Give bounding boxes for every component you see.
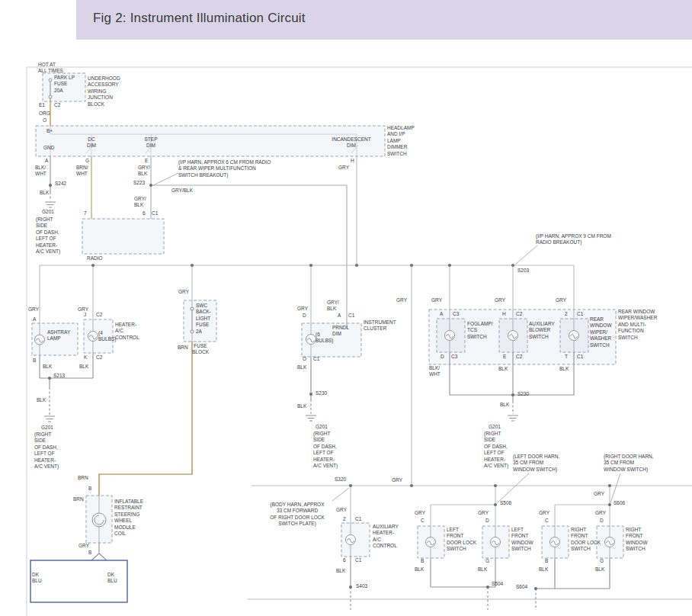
wire-label-blk-right-lower: BLK: [500, 402, 509, 408]
wire-label-blk-blower: BLK: [498, 366, 508, 372]
conn-label-c2-heater-top: C2: [96, 312, 102, 318]
fuse-block-name: FUSE BLOCK: [185, 343, 216, 356]
dimmer-switch-name: HEADLAMP AND I/P LAMP DIMMER SWITCH: [387, 125, 415, 157]
blower-switch-lamp-icon: [508, 331, 518, 341]
conn-label-c3-top: C3: [453, 311, 459, 317]
conn-label-c2-heater-bot: C2: [96, 355, 102, 361]
pin-label-6: 6: [143, 210, 146, 217]
pin-label-t-wiper: T: [565, 354, 568, 360]
splice-label-s403: S403: [356, 583, 367, 589]
wire-label-blk-ashtray: BLK: [43, 364, 52, 370]
pin-label-b-r-lock: B: [545, 558, 548, 564]
l-door-lock-lamp-icon: [426, 537, 436, 547]
wire-label-brn-srs: BRN: [73, 496, 84, 502]
wire-label-gry-blower: GRY: [495, 297, 505, 303]
pin-label-g-l-window: G: [485, 558, 489, 564]
right-door-lock-switch-name: RIGHT FRONT DOOR LOCK SWITCH: [571, 527, 601, 553]
splice-label-s203: S203: [517, 268, 529, 274]
ashtray-lamp-name: ASHTRAY LAMP: [47, 329, 70, 342]
right-window-switch-name: RIGHT FRONT WINDOW SWITCH: [626, 527, 648, 553]
heater-bulbs-label: (4 BULBS): [98, 330, 116, 343]
splice-label-s213: S213: [53, 373, 65, 379]
splice-label-s230-right: S230: [517, 391, 529, 397]
pin-label-2-wiper: 2: [565, 311, 568, 317]
ground-label-g201-c: G201: [316, 424, 328, 430]
pin-label-7: 7: [84, 210, 87, 217]
r-window-lamp-icon: [605, 537, 615, 547]
wire-label-blk: BLK: [40, 190, 49, 196]
pin-label-cluster-left: D: [303, 313, 306, 319]
wire-label-gry-feed: GRY: [396, 297, 407, 303]
aux-heater-lamp-icon: [346, 535, 356, 545]
conn-label-c1-aux-bot: C1: [355, 557, 361, 563]
wire-label-gry-aux-heater: GRY: [336, 507, 347, 513]
wire-label-gry-s606-feed: GRY: [594, 491, 604, 497]
note-ip-harn-9cm: (I/P HARN, APPROX 9 CM FROM RADIO BREAKO…: [536, 233, 611, 246]
figure-page: Fig 2: Instrument Illumination Circuit: [0, 0, 692, 616]
ground-label-g201-a: G201: [42, 209, 54, 215]
pin-label-g: G: [85, 158, 89, 164]
wire-label-gry-blk-radio: GRY/ BLK: [134, 196, 146, 209]
pin-label-d-foglamp: D: [441, 354, 444, 360]
pin-label-h: H: [351, 158, 354, 164]
foglamp-switch-name: FOGLAMP/ TCS SWITCH: [467, 321, 493, 340]
instrument-cluster-name: INSTRUMENT CLUSTER: [364, 319, 396, 332]
multifunction-switch-name: REAR WINDOW WIPER/WASHER AND MULTI- FUNC…: [618, 309, 657, 341]
foglamp-switch-lamp-icon: [445, 331, 455, 341]
note-hot-at-all-times: HOT AT ALL TIMES: [38, 62, 63, 75]
cluster-prndl-label: PRNDL DIM: [332, 325, 349, 338]
swc-fuse-name: SWC BACK- LIGHT FUSE 2A: [196, 303, 211, 335]
pin-label-e-blower: E: [503, 354, 506, 360]
wire-label-dk-blu-right: DK BLU: [107, 572, 117, 585]
wire-label-brn-fuse: BRN: [178, 345, 188, 351]
dimmer-bplus-label: B+: [46, 128, 53, 134]
wire-label-blk-r-window: BLK: [595, 566, 604, 573]
srs-coil-name: INFLATABLE RESTRAINT STEERING WHEEL MODU…: [114, 499, 143, 537]
fuse-symbols: [49, 79, 194, 333]
wire-label-blk-wht: BLK/ WHT: [35, 165, 46, 178]
note-right-door-harn: (RIGHT DOOR HARN, 35 CM FROM WINDOW SWIT…: [604, 454, 654, 473]
ground-icon-g201-b: [44, 416, 55, 422]
pin-label-j: J: [84, 312, 86, 318]
note-left-door-harn: (LEFT DOOR HARN, 35 CM FROM WINDOW SWITC…: [513, 454, 559, 473]
wire-label-gry-foglamp: GRY: [431, 297, 442, 303]
wire-label-org: ORG: [39, 111, 50, 117]
pin-label-6-aux: 6: [343, 557, 346, 563]
ground-location-note-c: (RIGHT SIDE OF DASH, LEFT OF HEATER- A/C…: [313, 431, 338, 469]
ground-location-note-b: (RIGHT SIDE OF DASH, LEFT OF HEATER- A/C…: [34, 432, 59, 470]
conn-label-c2-blower-top: C2: [516, 311, 522, 317]
splice-label-s606: S606: [614, 500, 625, 506]
ground-icon-g201-c: [306, 415, 316, 421]
wire-label-gry-l-window: GRY: [478, 510, 489, 516]
gry-blk-wires: [151, 156, 347, 329]
ground-location-note-d: (RIGHT SIDE OF DASH, LEFT OF HEATER- A/C…: [484, 431, 508, 469]
conn-label-c1-wiper-bot: C1: [577, 354, 583, 360]
pin-label-g-r-window: G: [600, 558, 604, 564]
splice-label-s230-mid: S230: [316, 390, 327, 396]
ground-label-g201-d: G201: [489, 424, 501, 430]
conn-label-c3-bot: C3: [451, 354, 457, 360]
pin-label-2-aux: 2: [343, 516, 346, 522]
pin-label-b-ashtray: B: [33, 358, 36, 364]
splice-label-s223: S223: [133, 180, 145, 186]
radio-box: [82, 219, 164, 254]
conn-label-c1-cluster-bot: C1: [313, 356, 319, 362]
ground-icon-g201-a: [45, 202, 56, 207]
conn-label-c1-wiper-top: C1: [577, 311, 583, 317]
wire-label-blk-heater: BLK: [79, 364, 88, 370]
aux-heater-control-name: AUXILIARY HEATER- A/C CONTROL: [373, 524, 399, 550]
wire-label-gry-r-lock: GRY: [539, 510, 549, 516]
wire-label-gry-srs: GRY: [78, 543, 89, 549]
pin-label-b-srs-top: B: [88, 486, 91, 492]
wire-label-gry-blk: GRY/ BLK: [138, 165, 150, 178]
wire-label-blk-cluster-lower: BLK: [297, 403, 306, 409]
wire-label-blk-wht-foglamp: BLK/ WHT: [429, 365, 441, 378]
dimmer-dc-dim-label: DC DIM: [82, 136, 101, 149]
conn-label-c1-cluster-top: C1: [348, 313, 354, 319]
splice-label-s320: S320: [335, 476, 346, 483]
wire-label-gry-cluster: GRY: [297, 306, 308, 312]
ashtray-lamp-icon: [35, 335, 45, 345]
pin-label-c-l-lock: C: [421, 518, 424, 524]
left-window-switch-name: LEFT FRONT WINDOW SWITCH: [511, 527, 533, 553]
cluster-bulbs-label: (6 BULBS): [316, 332, 333, 345]
